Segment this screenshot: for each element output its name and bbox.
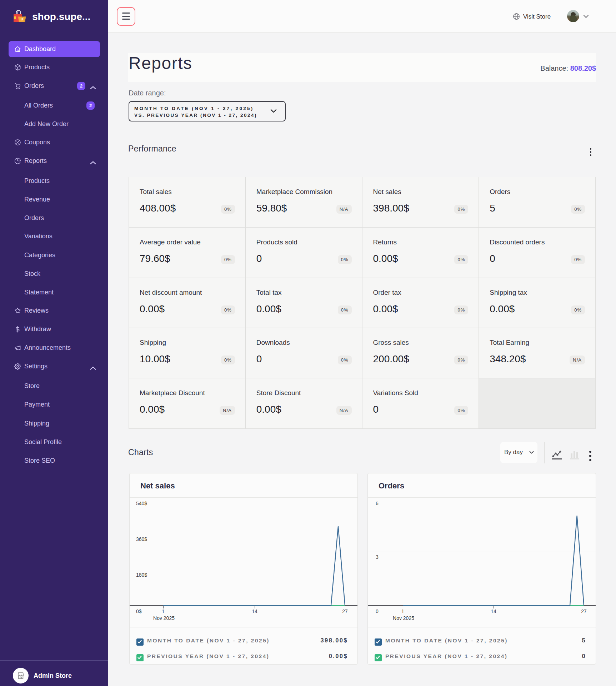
svg-text:U: U [21,17,23,21]
